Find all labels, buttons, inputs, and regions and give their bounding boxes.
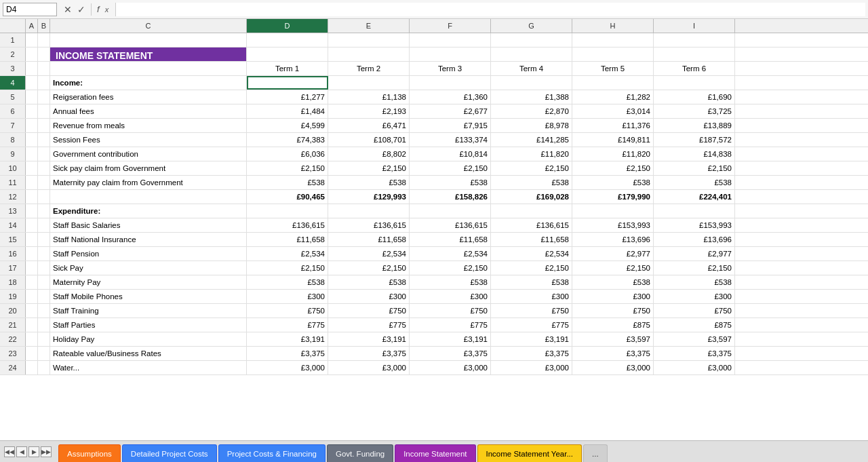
sheet-tab-3[interactable]: Govt. Funding (327, 444, 393, 462)
cell-C13[interactable]: Expenditure: (50, 204, 247, 218)
cell-D6[interactable]: £1,484 (247, 104, 328, 118)
cell-B18[interactable] (38, 275, 50, 289)
cell-H14[interactable]: £153,993 (572, 218, 654, 232)
cell-H6[interactable]: £3,014 (572, 104, 654, 118)
cell-G15[interactable]: £11,658 (491, 233, 572, 246)
cell-A22[interactable] (26, 332, 38, 346)
cell-D12[interactable]: £90,465 (247, 190, 328, 204)
cell-G24[interactable]: £3,000 (491, 361, 572, 374)
col-header-I[interactable]: I (654, 19, 735, 33)
cell-G17[interactable]: £2,150 (491, 261, 572, 275)
cell-I13[interactable] (654, 204, 735, 218)
col-header-C[interactable]: C (50, 19, 247, 33)
cell-B13[interactable] (38, 204, 50, 218)
cell-D16[interactable]: £2,534 (247, 247, 328, 261)
cell-C18[interactable]: Maternity Pay (50, 275, 247, 289)
cell-B20[interactable] (38, 304, 50, 317)
cell-E9[interactable]: £8,802 (328, 147, 410, 161)
cell-E7[interactable]: £6,471 (328, 119, 410, 132)
cell-B4[interactable] (38, 76, 50, 90)
cell-I14[interactable]: £153,993 (654, 218, 735, 232)
cell-I16[interactable]: £2,977 (654, 247, 735, 261)
col-header-E[interactable]: E (328, 19, 410, 33)
cell-D4[interactable] (247, 76, 328, 90)
cell-C2[interactable]: INCOME STATEMENT (50, 47, 247, 61)
cell-C1[interactable] (50, 33, 247, 47)
cell-B19[interactable] (38, 290, 50, 303)
cell-I20[interactable]: £750 (654, 304, 735, 317)
col-header-G[interactable]: G (491, 19, 572, 33)
sheet-tab-5[interactable]: Income Statement Year... (477, 444, 583, 462)
cell-E13[interactable] (328, 204, 410, 218)
cell-A8[interactable] (26, 133, 38, 147)
cell-A2[interactable] (26, 47, 38, 61)
cell-E15[interactable]: £11,658 (328, 233, 410, 246)
cell-D18[interactable]: £538 (247, 275, 328, 289)
cell-H20[interactable]: £750 (572, 304, 654, 317)
cell-F15[interactable]: £11,658 (410, 233, 491, 246)
cell-H16[interactable]: £2,977 (572, 247, 654, 261)
cell-A4[interactable] (26, 76, 38, 90)
cell-F14[interactable]: £136,615 (410, 218, 491, 232)
cell-F18[interactable]: £538 (410, 275, 491, 289)
cell-H19[interactable]: £300 (572, 290, 654, 303)
cell-H11[interactable]: £538 (572, 176, 654, 189)
cell-H21[interactable]: £875 (572, 318, 654, 332)
cell-G11[interactable]: £538 (491, 176, 572, 189)
cell-C24[interactable]: Water... (50, 361, 247, 374)
cell-F13[interactable] (410, 204, 491, 218)
cell-E14[interactable]: £136,615 (328, 218, 410, 232)
cell-C17[interactable]: Sick Pay (50, 261, 247, 275)
cell-C19[interactable]: Staff Mobile Phones (50, 290, 247, 303)
cell-G8[interactable]: £141,285 (491, 133, 572, 147)
cell-C11[interactable]: Maternity pay claim from Government (50, 176, 247, 189)
cell-B16[interactable] (38, 247, 50, 261)
cell-B10[interactable] (38, 161, 50, 175)
cell-B14[interactable] (38, 218, 50, 232)
cell-D1[interactable] (247, 33, 328, 47)
cell-E16[interactable]: £2,534 (328, 247, 410, 261)
cell-A11[interactable] (26, 176, 38, 189)
cell-H7[interactable]: £11,376 (572, 119, 654, 132)
cell-C4[interactable]: Income: (50, 76, 247, 90)
cell-reference-box[interactable] (3, 3, 57, 16)
cell-E21[interactable]: £775 (328, 318, 410, 332)
cell-D19[interactable]: £300 (247, 290, 328, 303)
cell-H10[interactable]: £2,150 (572, 161, 654, 175)
cell-D2[interactable] (247, 47, 328, 61)
cell-E5[interactable]: £1,138 (328, 90, 410, 104)
cell-B12[interactable] (38, 190, 50, 204)
cell-G2[interactable] (491, 47, 572, 61)
cell-E1[interactable] (328, 33, 410, 47)
cell-G5[interactable]: £1,388 (491, 90, 572, 104)
cell-B21[interactable] (38, 318, 50, 332)
cell-D5[interactable]: £1,277 (247, 90, 328, 104)
cell-B17[interactable] (38, 261, 50, 275)
cell-D21[interactable]: £775 (247, 318, 328, 332)
cell-A23[interactable] (26, 347, 38, 360)
cell-A17[interactable] (26, 261, 38, 275)
cell-E10[interactable]: £2,150 (328, 161, 410, 175)
cell-B5[interactable] (38, 90, 50, 104)
cell-A13[interactable] (26, 204, 38, 218)
cell-B11[interactable] (38, 176, 50, 189)
col-header-H[interactable]: H (572, 19, 654, 33)
cell-D17[interactable]: £2,150 (247, 261, 328, 275)
cell-D13[interactable] (247, 204, 328, 218)
cell-A10[interactable] (26, 161, 38, 175)
cell-A14[interactable] (26, 218, 38, 232)
cell-C12[interactable] (50, 190, 247, 204)
cell-I5[interactable]: £1,690 (654, 90, 735, 104)
cell-I15[interactable]: £13,696 (654, 233, 735, 246)
sheet-tab-0[interactable]: Assumptions (58, 444, 121, 462)
cell-C16[interactable]: Staff Pension (50, 247, 247, 261)
cell-A6[interactable] (26, 104, 38, 118)
tab-prev-btn[interactable]: ◀ (16, 446, 27, 457)
cell-H5[interactable]: £1,282 (572, 90, 654, 104)
cell-G14[interactable]: £136,615 (491, 218, 572, 232)
cell-F20[interactable]: £750 (410, 304, 491, 317)
col-header-F[interactable]: F (410, 19, 491, 33)
cell-C22[interactable]: Holiday Pay (50, 332, 247, 346)
cell-B3[interactable] (38, 62, 50, 75)
cell-I23[interactable]: £3,375 (654, 347, 735, 360)
